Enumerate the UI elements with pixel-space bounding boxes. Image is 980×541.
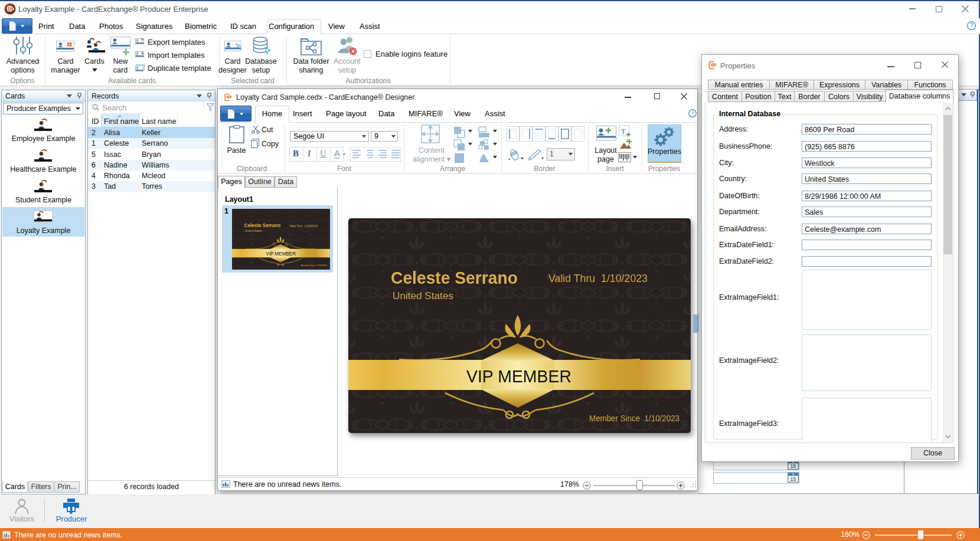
svg-text:T: T [621,127,626,136]
svg-text:?: ? [691,110,694,116]
svg-text:15: 15 [790,463,796,469]
svg-text:15: 15 [790,476,796,482]
svg-text:?: ? [970,22,974,29]
